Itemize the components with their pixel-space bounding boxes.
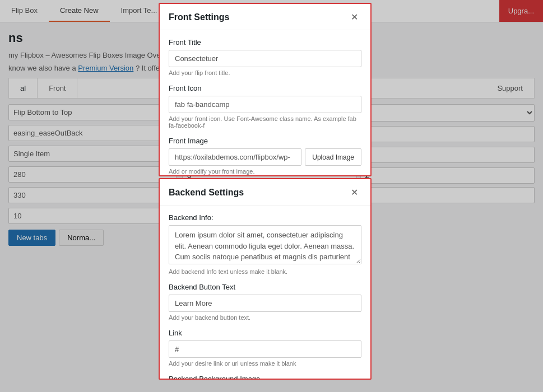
front-modal-header: Front Settings ✕: [160, 4, 370, 30]
front-upload-button[interactable]: Upload Image: [305, 148, 361, 166]
link-label: Link: [169, 329, 361, 337]
backend-button-input[interactable]: [169, 295, 361, 312]
front-icon-label: Front Icon: [169, 84, 361, 92]
front-settings-modal: Front Settings ✕ Front Title Add your fl…: [159, 3, 372, 176]
backend-modal-body: Backend Info: Add backend Info text unle…: [160, 206, 370, 380]
front-title-group: Front Title Add your flip front title.: [169, 38, 361, 76]
backend-settings-modal: Backend Settings ✕ Backend Info: Add bac…: [159, 178, 372, 380]
backend-modal-close[interactable]: ✕: [347, 187, 361, 198]
front-image-input-row: Upload Image: [169, 148, 361, 166]
front-modal-close[interactable]: ✕: [347, 12, 361, 23]
backend-button-hint: Add your backend button text.: [169, 314, 361, 321]
front-title-hint: Add your flip front title.: [169, 69, 361, 76]
front-image-input[interactable]: [169, 148, 301, 166]
front-title-label: Front Title: [169, 38, 361, 46]
front-modal-body: Front Title Add your flip front title. F…: [160, 30, 370, 176]
front-icon-group: Front Icon Add your front icon. Use Font…: [169, 84, 361, 129]
front-image-hint: Add or modify your front image.: [169, 168, 361, 175]
front-image-group: Front Image Upload Image Add or modify y…: [169, 137, 361, 175]
backend-info-group: Backend Info: Add backend Info text unle…: [169, 213, 361, 275]
backend-modal-title: Backend Settings: [169, 188, 244, 198]
backend-info-hint: Add backend Info text unless make it bla…: [169, 268, 361, 275]
front-image-label: Front Image: [169, 137, 361, 145]
link-group: Link Add your desire link or url unless …: [169, 329, 361, 367]
backend-button-label: Backend Button Text: [169, 283, 361, 291]
backend-modal-header: Backend Settings ✕: [160, 179, 370, 206]
front-modal-title: Front Settings: [169, 12, 229, 22]
backend-button-group: Backend Button Text Add your backend but…: [169, 283, 361, 321]
backend-info-label: Backend Info:: [169, 213, 361, 222]
link-hint: Add your desire link or url unless make …: [169, 360, 361, 367]
front-title-input[interactable]: [169, 50, 361, 67]
backend-bg-image-label: Backend Background Image: [169, 375, 361, 380]
front-icon-input[interactable]: [169, 96, 361, 113]
front-icon-hint: Add your front icon. Use Font-Awesome cl…: [169, 115, 361, 129]
backend-info-textarea[interactable]: [169, 225, 361, 264]
backend-bg-image-group: Backend Background Image Upload Image: [169, 375, 361, 380]
link-input[interactable]: [169, 340, 361, 358]
